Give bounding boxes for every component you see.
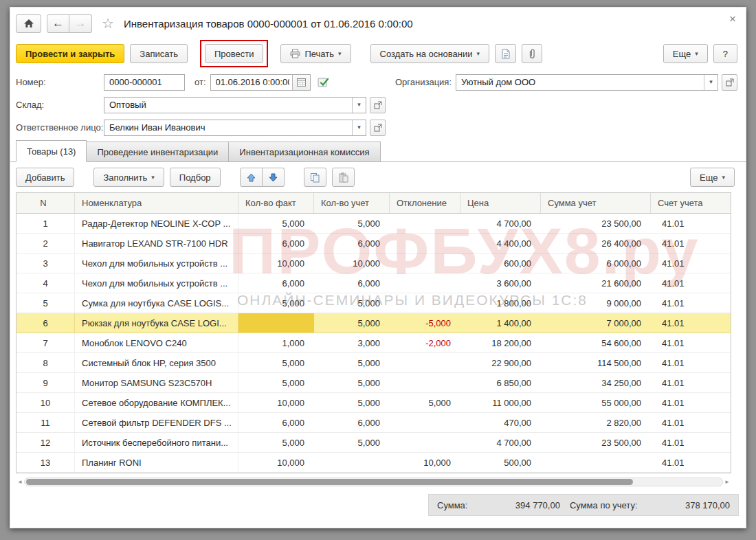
tab-inventory-execution[interactable]: Проведение инвентаризации: [86, 142, 229, 161]
cell-name[interactable]: Чехол для мобильных устройств ...: [75, 254, 238, 273]
cell-fact[interactable]: 5,000: [238, 373, 314, 392]
cell-account[interactable]: 41.01: [651, 333, 732, 352]
cell-price[interactable]: 18 200,00: [460, 333, 541, 352]
cell-dev[interactable]: [390, 373, 460, 392]
cell-price[interactable]: 3 600,00: [460, 273, 541, 293]
cell-account[interactable]: 41.01: [651, 214, 732, 233]
cell-n[interactable]: 10: [16, 393, 75, 412]
cell-account[interactable]: 41.01: [651, 353, 732, 372]
write-button[interactable]: Записать: [130, 44, 188, 63]
cell-sum[interactable]: [541, 453, 651, 472]
cell-fact[interactable]: 1,000: [238, 333, 314, 352]
table-row[interactable]: 12Источник бесперебойного питани...5,000…: [16, 433, 731, 453]
cell-account[interactable]: 41.01: [651, 433, 732, 452]
column-header-sum-accounting[interactable]: Сумма учет: [541, 193, 651, 213]
cell-price[interactable]: 500,00: [460, 453, 541, 472]
cell-name[interactable]: Сумка для ноутбука CASE LOGIS...: [75, 293, 238, 313]
cell-sum[interactable]: 23 500,00: [541, 433, 651, 452]
table-row[interactable]: 6Рюкзак для ноутбука CASE LOGI...5,000-5…: [16, 313, 731, 333]
calendar-button[interactable]: [292, 75, 310, 90]
close-icon[interactable]: ×: [729, 13, 736, 25]
cell-account[interactable]: 41.01: [651, 273, 732, 293]
post-button[interactable]: Провести: [205, 44, 264, 63]
organization-dropdown-button[interactable]: ▾: [704, 75, 718, 90]
table-row[interactable]: 7Моноблок LENOVO C2401,0003,000-2,00018 …: [16, 333, 731, 353]
cell-sum[interactable]: 21 600,00: [541, 273, 651, 293]
pick-button[interactable]: Подбор: [170, 168, 221, 187]
cell-acc[interactable]: 5,000: [314, 393, 390, 412]
cell-price[interactable]: 11 000,00: [460, 393, 541, 412]
cell-account[interactable]: 41.01: [651, 453, 732, 472]
cell-price[interactable]: 22 900,00: [460, 353, 541, 372]
cell-n[interactable]: 5: [16, 293, 75, 313]
organization-open-button[interactable]: [722, 74, 737, 91]
cell-n[interactable]: 2: [16, 234, 75, 253]
back-button[interactable]: ←: [47, 14, 69, 33]
cell-acc[interactable]: 6,000: [314, 413, 390, 432]
cell-dev[interactable]: [390, 353, 460, 372]
table-row[interactable]: 3Чехол для мобильных устройств ...10,000…: [16, 254, 731, 273]
cell-acc[interactable]: 6,000: [314, 234, 390, 253]
favorite-star-icon[interactable]: ☆: [102, 15, 114, 32]
cell-sum[interactable]: 55 000,00: [541, 393, 651, 412]
table-row[interactable]: 10Сетевое оборудование КОМПЛЕК...10,0005…: [16, 393, 731, 413]
table-more-button[interactable]: Еще ▾: [690, 168, 735, 187]
cell-account[interactable]: 41.01: [651, 234, 732, 253]
cell-fact[interactable]: 5,000: [238, 214, 314, 233]
responsible-dropdown-button[interactable]: ▾: [352, 120, 366, 135]
column-header-n[interactable]: N: [16, 193, 75, 213]
cell-fact[interactable]: 10,000: [238, 453, 314, 472]
organization-field[interactable]: Уютный дом ООО ▾: [456, 74, 718, 91]
cell-n[interactable]: 12: [16, 433, 75, 452]
cell-fact[interactable]: 10,000: [238, 254, 314, 273]
cell-name[interactable]: Источник бесперебойного питани...: [75, 433, 238, 452]
cell-name[interactable]: Навигатор LEXAND STR-7100 HDR: [75, 234, 238, 253]
cell-dev[interactable]: [390, 273, 460, 293]
cell-name[interactable]: Радар-Детектор NEOLINE X-COP ...: [75, 214, 238, 233]
scroll-right-icon[interactable]: ►: [723, 479, 731, 485]
table-row[interactable]: 2Навигатор LEXAND STR-7100 HDR6,0006,000…: [16, 234, 731, 254]
cell-dev[interactable]: -2,000: [390, 333, 460, 352]
warehouse-open-button[interactable]: [370, 97, 386, 113]
cell-account[interactable]: 41.01: [651, 254, 732, 273]
cell-sum[interactable]: 6 000,00: [541, 254, 651, 273]
cell-dev[interactable]: [390, 214, 460, 233]
cell-account[interactable]: 41.01: [651, 373, 732, 392]
cell-fact[interactable]: [238, 313, 314, 333]
cell-acc[interactable]: 5,000: [314, 214, 390, 233]
forward-button[interactable]: →: [69, 14, 92, 33]
cell-sum[interactable]: 2 820,00: [541, 413, 651, 432]
cell-dev[interactable]: -5,000: [390, 313, 460, 333]
cell-dev[interactable]: [390, 433, 460, 452]
table-row[interactable]: 13Планинг RONI10,00010,000500,0041.01: [16, 453, 731, 473]
table-row[interactable]: 9Монитор SAMSUNG S23C570H5,0005,0006 850…: [16, 373, 731, 393]
column-header-nomenclature[interactable]: Номенклатура: [75, 193, 238, 213]
cell-price[interactable]: 470,00: [460, 413, 541, 432]
cell-n[interactable]: 6: [16, 313, 75, 333]
cell-price[interactable]: 6 850,00: [460, 373, 541, 392]
cell-sum[interactable]: 26 400,00: [541, 234, 651, 253]
scrollbar-track[interactable]: [24, 477, 723, 486]
cell-dev[interactable]: [390, 413, 460, 432]
cell-fact[interactable]: 10,000: [238, 393, 314, 412]
cell-n[interactable]: 9: [16, 373, 75, 392]
cell-n[interactable]: 11: [16, 413, 75, 432]
table-row[interactable]: 4Чехол для мобильных устройств ...6,0006…: [16, 273, 731, 293]
cell-acc[interactable]: 6,000: [314, 273, 390, 293]
cell-price[interactable]: 4 700,00: [460, 433, 541, 452]
cell-name[interactable]: Планинг RONI: [75, 453, 238, 472]
cell-fact[interactable]: 6,000: [238, 413, 314, 432]
responsible-field[interactable]: Белкин Иван Иванович ▾: [104, 120, 366, 136]
cell-name[interactable]: Рюкзак для ноутбука CASE LOGI...: [75, 313, 238, 333]
cell-name[interactable]: Сетевой фильтр DEFENDER DFS ...: [75, 413, 238, 432]
cell-price[interactable]: 1 800,00: [460, 293, 541, 313]
cell-dev[interactable]: [390, 254, 460, 273]
cell-fact[interactable]: 5,000: [238, 353, 314, 372]
cell-n[interactable]: 7: [16, 333, 75, 352]
set-date-button[interactable]: [318, 77, 330, 88]
cell-acc[interactable]: 5,000: [314, 313, 390, 333]
cell-fact[interactable]: 5,000: [238, 293, 314, 313]
help-button[interactable]: ?: [713, 44, 737, 63]
cell-price[interactable]: 4 400,00: [460, 234, 541, 253]
cell-sum[interactable]: 114 500,00: [541, 353, 651, 372]
